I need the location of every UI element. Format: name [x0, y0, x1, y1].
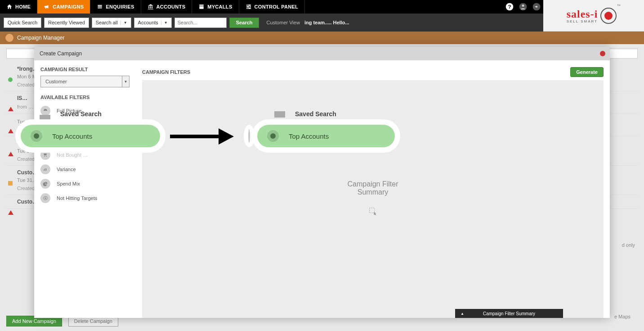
next-button[interactable] [530, 0, 543, 14]
page-title: Campaign Manager [17, 35, 64, 41]
generate-button[interactable]: Generate [570, 67, 604, 77]
search-scope-select[interactable]: Search all▼ [92, 18, 131, 28]
filter-label: Spend Mix [57, 181, 80, 186]
bullseye-icon [600, 8, 617, 24]
campaign-result-heading: CAMPAIGN RESULT [40, 67, 130, 72]
nav-campaigns[interactable]: CAMPAIGNS [37, 0, 90, 14]
overlay-label: Saved Search [60, 110, 102, 118]
svg-point-8 [34, 133, 39, 139]
nav-accounts-label: ACCOUNTS [157, 4, 186, 9]
modal-right-panel: CAMPAIGN FILTERS Generate Campaign Filte… [136, 60, 610, 318]
nav-control-panel[interactable]: CONTROL PANEL [239, 0, 305, 14]
summary-drawer[interactable]: ▲ Campaign Filter Summary [455, 309, 563, 318]
svg-text:?: ? [508, 4, 511, 9]
status-dot-icon [8, 107, 13, 111]
overlay-label: Saved Search [295, 110, 336, 118]
nav-accounts[interactable]: ACCOUNTS [141, 0, 192, 14]
campaign-manager-icon [5, 34, 13, 42]
summary-title: Campaign Filter Summary [142, 180, 604, 196]
status-dot-icon [8, 129, 13, 133]
help-button[interactable]: ? [503, 0, 516, 14]
search-entity-select[interactable]: Accounts▼ [134, 18, 172, 28]
pill-label: Top Accounts [289, 132, 329, 140]
accounts-icon [267, 130, 279, 142]
recently-viewed-button[interactable]: Recently Viewed [44, 18, 89, 28]
stairs-icon [274, 111, 285, 118]
chevron-down-icon[interactable]: ▼ [122, 76, 129, 87]
status-dot-icon [8, 152, 13, 156]
filter-label: Variance [57, 167, 76, 172]
filter-label: Not Bought … [57, 152, 88, 158]
available-filters-heading: AVAILABLE FILTERS [40, 95, 130, 100]
svg-point-9 [270, 133, 276, 139]
quick-search-label: Quick Search [8, 20, 37, 25]
chart-icon [40, 164, 50, 174]
breadcrumb: Campaign Manager [0, 32, 644, 44]
result-select[interactable]: Customer ▼ [40, 76, 130, 87]
gauge-icon [40, 106, 50, 116]
modal-header: Create Campaign [34, 47, 610, 60]
status-dot-icon [8, 77, 13, 82]
chevron-down-icon: ▼ [161, 21, 168, 25]
person-icon [519, 2, 528, 11]
drawer-label: Campaign Filter Summary [483, 311, 535, 316]
chevron-down-icon: ▼ [121, 21, 127, 25]
brand-name: sales-i [567, 8, 598, 20]
modal-left-panel: CAMPAIGN RESULT Customer ▼ AVAILABLE FIL… [34, 60, 136, 318]
search-button[interactable]: Search [229, 18, 259, 28]
status-dot-icon [8, 181, 13, 186]
chevron-up-icon: ▲ [461, 312, 464, 316]
nav-enquiries[interactable]: ENQUIRIES [90, 0, 141, 14]
target-icon [40, 193, 50, 203]
nav-enquiries-label: ENQUIRIES [106, 4, 134, 9]
nav-control-label: CONTROL PANEL [255, 4, 299, 9]
nav-home[interactable]: HOME [0, 0, 37, 14]
result-select-value: Customer [41, 76, 122, 87]
sliders-icon [246, 4, 252, 10]
ticker-text: ing team..... Hello... [304, 20, 349, 25]
help-icon: ? [505, 2, 514, 11]
top-accounts-target-pill[interactable]: Top Accounts [257, 125, 395, 147]
bank-icon [148, 4, 154, 10]
trademark: ™ [617, 4, 621, 8]
brand-tagline: SELL SMART [567, 19, 598, 23]
overlay-crop-hint [244, 125, 255, 147]
customer-view-label: Customer View [266, 20, 300, 25]
right-footer-label: e Maps [614, 314, 631, 319]
nav-mycalls[interactable]: MYCALLS [192, 0, 239, 14]
close-button[interactable] [600, 51, 605, 56]
filter-canvas[interactable]: Campaign Filter Summary ▲ Campaign Filte… [142, 80, 604, 318]
drag-target-icon [368, 206, 378, 216]
brand-logo: sales-i SELL SMART ™ [543, 0, 644, 32]
overlay-saved-search-left: Saved Search [60, 110, 102, 118]
bullhorn-icon [44, 4, 50, 10]
cart-icon [40, 150, 50, 160]
status-dot-icon [8, 210, 13, 215]
svg-marker-11 [219, 128, 234, 145]
entity-label: Accounts [138, 20, 158, 25]
stairs-icon [40, 115, 50, 121]
campaign-filters-heading: CAMPAIGN FILTERS [142, 69, 190, 75]
top-accounts-source-pill[interactable]: Top Accounts [21, 125, 160, 147]
search-input[interactable] [174, 18, 227, 28]
profile-button[interactable] [516, 0, 530, 14]
filter-not-bought[interactable]: Not Bought … [40, 148, 130, 162]
filter-label: Not Hitting Targets [57, 195, 97, 201]
calendar-icon [198, 4, 205, 10]
filter-spend-mix[interactable]: Spend Mix [40, 177, 130, 191]
arrow-right-icon [532, 2, 541, 11]
drag-arrow-icon [168, 127, 236, 146]
filter-not-hitting-targets[interactable]: Not Hitting Targets [40, 191, 130, 205]
svg-point-3 [522, 5, 524, 7]
nav-mycalls-label: MYCALLS [207, 4, 232, 9]
quick-search-button[interactable]: Quick Search [4, 18, 41, 28]
home-icon [6, 4, 13, 10]
recently-viewed-label: Recently Viewed [48, 20, 85, 25]
filter-variance[interactable]: Variance [40, 162, 130, 177]
create-campaign-modal: Create Campaign CAMPAIGN RESULT Customer… [34, 47, 610, 318]
svg-point-6 [45, 198, 46, 199]
nav-home-label: HOME [15, 4, 31, 9]
pie-icon [40, 179, 50, 189]
modal-title: Create Campaign [40, 50, 82, 57]
nav-campaigns-label: CAMPAIGNS [53, 4, 84, 9]
